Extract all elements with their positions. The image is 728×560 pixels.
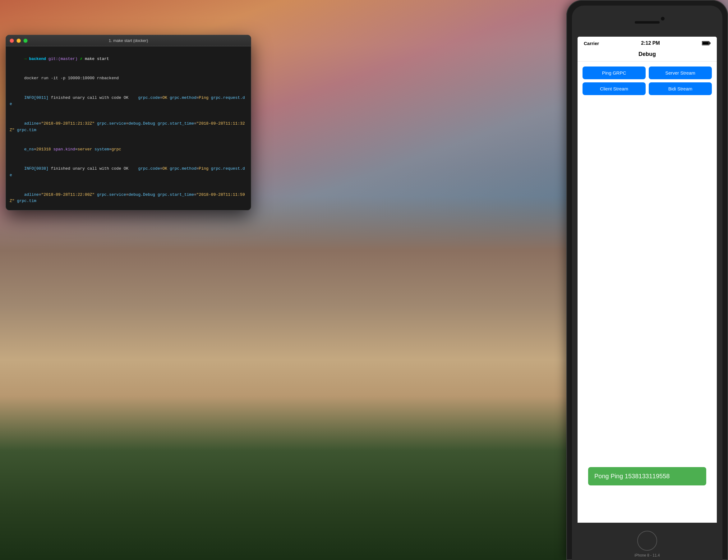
result-text: Pong Ping 1538133119558 xyxy=(594,473,670,480)
ping-grpc-button[interactable]: Ping GRPC xyxy=(583,67,646,79)
log-key-code: grpc.code xyxy=(138,95,160,100)
iphone-speaker xyxy=(635,21,660,24)
home-button[interactable] xyxy=(637,531,657,551)
prompt-branch: git:(master) xyxy=(48,57,80,61)
client-stream-button[interactable]: Client Stream xyxy=(583,82,646,95)
prompt-arrow: → xyxy=(24,57,29,61)
terminal-line-info1b: adline="2018-09-28T11:21:32Z" grpc.servi… xyxy=(10,114,247,140)
svg-rect-2 xyxy=(702,42,709,45)
prompt-symbol: ✗ xyxy=(80,57,85,61)
status-bar: Carrier 2:12 PM xyxy=(578,37,717,48)
iphone-frame: Carrier 2:12 PM Debug Ping GRPC xyxy=(566,0,728,560)
iphone-inner: Carrier 2:12 PM Debug Ping GRPC xyxy=(572,6,722,560)
terminal-line-info1c: e_ns=201318 span.kind=server system=grpc xyxy=(10,140,247,159)
terminal-line-info2: INFO[0038] finished unary call with code… xyxy=(10,159,247,185)
terminal-line-docker: docker run -it -p 10000:10000 rnbackend xyxy=(10,69,247,88)
iphone-camera xyxy=(661,17,665,21)
log-message-2: finished unary call with code OK xyxy=(51,166,138,171)
iphone-screen: Carrier 2:12 PM Debug Ping GRPC xyxy=(578,37,717,523)
log-message-1: finished unary call with code OK xyxy=(51,95,138,100)
button-grid: Ping GRPC Server Stream Client Stream Bi… xyxy=(583,67,712,95)
result-bar: Pong Ping 1538133119558 xyxy=(588,467,706,485)
terminal-window-controls xyxy=(10,39,28,43)
app-content: Ping GRPC Server Stream Client Stream Bi… xyxy=(578,62,717,229)
nav-bar: Debug xyxy=(578,48,717,62)
content-area xyxy=(583,100,712,224)
minimize-button[interactable] xyxy=(16,39,21,43)
server-stream-button[interactable]: Server Stream xyxy=(649,67,712,79)
terminal-window: 1. make start (docker) → backend git:(ma… xyxy=(6,35,251,210)
carrier-label: Carrier xyxy=(584,41,599,46)
iphone-bottom-label: iPhone 8 - 11.4 xyxy=(634,553,660,558)
log-val-code: OK xyxy=(163,95,170,100)
terminal-body[interactable]: → backend git:(master) ✗ make start dock… xyxy=(6,46,251,210)
nav-title: Debug xyxy=(583,51,712,57)
log-prefix-1: INFO[0011] xyxy=(24,95,51,100)
terminal-line-info1: INFO[0011] finished unary call with code… xyxy=(10,88,247,114)
battery-icon xyxy=(702,41,711,45)
terminal-line-prompt: → backend git:(master) ✗ make start xyxy=(10,49,247,69)
status-right xyxy=(702,41,711,45)
time-label: 2:12 PM xyxy=(641,40,660,46)
log-prefix-2: INFO[0038] xyxy=(24,166,51,171)
docker-cmd: docker run -it -p 10000:10000 rnbackend xyxy=(24,76,119,80)
terminal-line-info2b: adline="2018-09-28T11:22:00Z" grpc.servi… xyxy=(10,185,247,210)
bidi-stream-button[interactable]: Bidi Stream xyxy=(649,82,712,95)
terminal-titlebar: 1. make start (docker) xyxy=(6,35,251,46)
svg-rect-1 xyxy=(709,42,710,44)
close-button[interactable] xyxy=(10,39,14,43)
prompt-dir: backend xyxy=(29,57,48,61)
terminal-title: 1. make start (docker) xyxy=(109,38,148,43)
terminal-command: make start xyxy=(85,57,109,61)
maximize-button[interactable] xyxy=(23,39,28,43)
